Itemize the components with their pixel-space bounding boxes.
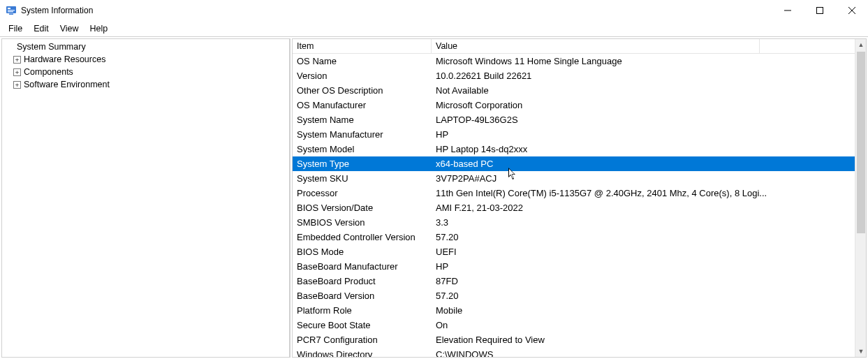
cell-item: BaseBoard Version bbox=[293, 291, 432, 301]
tree-node[interactable]: +Hardware Resources bbox=[3, 53, 288, 66]
tree-pane[interactable]: System Summary +Hardware Resources+Compo… bbox=[1, 38, 290, 358]
expand-icon[interactable]: + bbox=[13, 56, 21, 64]
cell-value: 10.0.22621 Build 22621 bbox=[432, 71, 855, 81]
svg-rect-2 bbox=[8, 10, 15, 11]
tree-node[interactable]: +Software Environment bbox=[3, 78, 288, 91]
column-header-item[interactable]: Item bbox=[293, 39, 432, 53]
cell-item: Version bbox=[293, 71, 432, 81]
cell-item: PCR7 Configuration bbox=[293, 335, 432, 345]
cell-item: BIOS Mode bbox=[293, 247, 432, 257]
tree-root-system-summary[interactable]: System Summary bbox=[3, 41, 288, 53]
cell-item: Platform Role bbox=[293, 305, 432, 316]
table-row[interactable]: System ManufacturerHP bbox=[293, 127, 855, 142]
table-row[interactable]: Other OS DescriptionNot Available bbox=[293, 83, 855, 98]
detail-table: Item Value OS NameMicrosoft Windows 11 H… bbox=[293, 39, 855, 357]
cell-item: Secure Boot State bbox=[293, 320, 432, 330]
menu-view[interactable]: View bbox=[54, 22, 84, 35]
menu-edit[interactable]: Edit bbox=[28, 22, 54, 35]
column-header-spacer bbox=[760, 39, 855, 53]
detail-header: Item Value bbox=[293, 39, 855, 54]
cell-item: System SKU bbox=[293, 173, 432, 184]
cell-value: 87FD bbox=[432, 276, 855, 286]
cell-item: SMBIOS Version bbox=[293, 217, 432, 228]
scroll-up-arrow[interactable]: ▲ bbox=[855, 39, 867, 50]
cell-value: On bbox=[432, 320, 855, 330]
tree-node-label: Software Environment bbox=[24, 80, 110, 89]
cell-value: C:\WINDOWS bbox=[432, 349, 855, 357]
svg-rect-4 bbox=[9, 14, 13, 15]
table-row[interactable]: System NameLAPTOP-49L36G2S bbox=[293, 112, 855, 127]
cell-value: Not Available bbox=[432, 85, 855, 96]
maximize-button[interactable] bbox=[804, 0, 836, 21]
cell-value: HP Laptop 14s-dq2xxx bbox=[432, 144, 855, 154]
cell-value: x64-based PC bbox=[432, 159, 855, 169]
table-row[interactable]: OS ManufacturerMicrosoft Corporation bbox=[293, 98, 855, 112]
cell-item: System Model bbox=[293, 144, 432, 154]
app-icon bbox=[6, 5, 17, 16]
table-row[interactable]: BaseBoard ManufacturerHP bbox=[293, 259, 855, 274]
cell-value: Elevation Required to View bbox=[432, 335, 855, 345]
content-split: System Summary +Hardware Resources+Compo… bbox=[0, 36, 868, 359]
cell-value: UEFI bbox=[432, 247, 855, 257]
column-header-value[interactable]: Value bbox=[432, 39, 760, 53]
cell-item: Embedded Controller Version bbox=[293, 232, 432, 242]
table-row[interactable]: Windows DirectoryC:\WINDOWS bbox=[293, 347, 855, 357]
cell-value: 57.20 bbox=[432, 232, 855, 242]
window-controls bbox=[772, 0, 868, 21]
window-title: System Information bbox=[21, 6, 93, 15]
minimize-button[interactable] bbox=[772, 0, 804, 21]
menu-bar: File Edit View Help bbox=[0, 21, 868, 36]
table-row[interactable]: Version10.0.22621 Build 22621 bbox=[293, 68, 855, 83]
table-row[interactable]: Processor11th Gen Intel(R) Core(TM) i5-1… bbox=[293, 186, 855, 200]
table-row[interactable]: System ModelHP Laptop 14s-dq2xxx bbox=[293, 142, 855, 156]
table-row[interactable]: Platform RoleMobile bbox=[293, 303, 855, 318]
cell-item: BaseBoard Manufacturer bbox=[293, 261, 432, 272]
scroll-down-arrow[interactable]: ▼ bbox=[855, 346, 867, 357]
cell-item: System Type bbox=[293, 159, 432, 169]
cell-value: Microsoft Corporation bbox=[432, 100, 855, 110]
cell-item: OS Name bbox=[293, 56, 432, 66]
tree-node-label: Hardware Resources bbox=[24, 54, 105, 64]
table-row[interactable]: System SKU3V7P2PA#ACJ bbox=[293, 171, 855, 186]
table-row[interactable]: System Typex64-based PC bbox=[293, 156, 855, 171]
close-button[interactable] bbox=[836, 0, 868, 21]
cell-value: 11th Gen Intel(R) Core(TM) i5-1135G7 @ 2… bbox=[432, 188, 855, 198]
cell-value: Mobile bbox=[432, 305, 855, 316]
cell-item: BaseBoard Product bbox=[293, 276, 432, 286]
tree-node-label: Components bbox=[24, 67, 73, 77]
cell-item: System Manufacturer bbox=[293, 129, 432, 140]
expand-icon[interactable]: + bbox=[13, 68, 21, 76]
cell-item: Other OS Description bbox=[293, 85, 432, 96]
detail-body[interactable]: OS NameMicrosoft Windows 11 Home Single … bbox=[293, 54, 855, 357]
svg-rect-6 bbox=[817, 8, 823, 14]
table-row[interactable]: Embedded Controller Version57.20 bbox=[293, 230, 855, 244]
cell-item: Windows Directory bbox=[293, 349, 432, 357]
tree-root-label: System Summary bbox=[17, 42, 86, 52]
svg-rect-1 bbox=[8, 8, 10, 9]
table-row[interactable]: BaseBoard Version57.20 bbox=[293, 288, 855, 303]
cell-value: 57.20 bbox=[432, 291, 855, 301]
cell-value: Microsoft Windows 11 Home Single Languag… bbox=[432, 56, 855, 66]
cell-value: HP bbox=[432, 129, 855, 140]
table-row[interactable]: SMBIOS Version3.3 bbox=[293, 215, 855, 230]
cell-value: 3V7P2PA#ACJ bbox=[432, 173, 855, 184]
cell-item: Processor bbox=[293, 188, 432, 198]
table-row[interactable]: BaseBoard Product87FD bbox=[293, 274, 855, 288]
cell-value: 3.3 bbox=[432, 217, 855, 228]
table-row[interactable]: PCR7 ConfigurationElevation Required to … bbox=[293, 332, 855, 347]
scrollbar-thumb[interactable] bbox=[857, 52, 865, 233]
expand-icon[interactable]: + bbox=[13, 81, 21, 89]
vertical-scrollbar[interactable]: ▲ ▼ bbox=[855, 39, 866, 357]
tree-node[interactable]: +Components bbox=[3, 66, 288, 78]
table-row[interactable]: BIOS Version/DateAMI F.21, 21-03-2022 bbox=[293, 200, 855, 215]
title-bar: System Information bbox=[0, 0, 868, 21]
table-row[interactable]: OS NameMicrosoft Windows 11 Home Single … bbox=[293, 54, 855, 68]
table-row[interactable]: BIOS ModeUEFI bbox=[293, 244, 855, 259]
cell-item: BIOS Version/Date bbox=[293, 203, 432, 213]
table-row[interactable]: Secure Boot StateOn bbox=[293, 318, 855, 332]
menu-help[interactable]: Help bbox=[84, 22, 114, 35]
menu-file[interactable]: File bbox=[3, 22, 28, 35]
cell-value: AMI F.21, 21-03-2022 bbox=[432, 203, 855, 213]
detail-pane: Item Value OS NameMicrosoft Windows 11 H… bbox=[292, 38, 867, 358]
cell-value: LAPTOP-49L36G2S bbox=[432, 115, 855, 125]
